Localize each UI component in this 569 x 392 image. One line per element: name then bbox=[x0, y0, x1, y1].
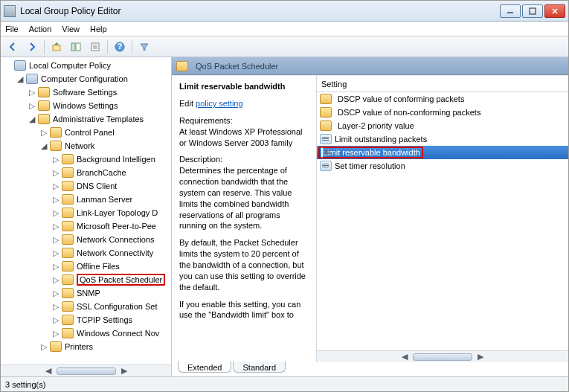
scroll-left-icon[interactable]: ◀ bbox=[399, 352, 410, 362]
toolbar: ? bbox=[1, 36, 568, 57]
settings-label: Limit outstanding packets bbox=[335, 135, 427, 144]
tree-network-item[interactable]: ▷SSL Configuration Set bbox=[2, 300, 171, 313]
settings-hscrollbar[interactable]: ◀▶ bbox=[317, 350, 568, 362]
tree-admin-templates[interactable]: ◢Administrative Templates bbox=[2, 112, 171, 126]
settings-label: Set timer resolution bbox=[335, 161, 405, 170]
tree-network-item[interactable]: ▷Background Intelligen bbox=[2, 152, 171, 166]
settings-column-header[interactable]: Setting bbox=[317, 76, 568, 92]
folder-icon bbox=[62, 181, 74, 191]
collapsed-icon[interactable]: ▷ bbox=[51, 275, 60, 284]
help-button[interactable]: ? bbox=[111, 39, 129, 55]
menu-file[interactable]: File bbox=[5, 25, 19, 33]
tree-computer-config[interactable]: ◢Computer Configuration bbox=[2, 72, 171, 86]
menu-view[interactable]: View bbox=[62, 25, 80, 33]
collapsed-icon[interactable]: ▷ bbox=[28, 88, 36, 97]
collapsed-icon[interactable]: ▷ bbox=[39, 342, 48, 351]
collapsed-icon[interactable]: ▷ bbox=[51, 195, 60, 204]
collapsed-icon[interactable]: ▷ bbox=[51, 289, 60, 298]
settings-row[interactable]: DSCP value of conforming packets bbox=[317, 92, 568, 106]
forward-button[interactable] bbox=[23, 39, 41, 55]
tree-network-item[interactable]: ▷Lanman Server bbox=[2, 193, 171, 206]
tree-label: Windows Settings bbox=[53, 101, 118, 110]
collapsed-icon[interactable]: ▷ bbox=[51, 315, 60, 324]
policy-tree[interactable]: Local Computer Policy ◢Computer Configur… bbox=[1, 57, 171, 364]
scroll-thumb[interactable] bbox=[413, 353, 472, 361]
collapsed-icon[interactable]: ▷ bbox=[51, 262, 60, 271]
show-hide-tree-button[interactable] bbox=[67, 39, 85, 55]
policy-icon bbox=[14, 60, 26, 71]
tree-root[interactable]: Local Computer Policy bbox=[2, 59, 171, 72]
scroll-left-icon[interactable]: ◀ bbox=[43, 366, 54, 376]
tree-pane: Local Computer Policy ◢Computer Configur… bbox=[1, 57, 172, 376]
settings-row[interactable]: Set timer resolution bbox=[317, 159, 568, 173]
folder-icon bbox=[62, 154, 74, 164]
tree-hscrollbar[interactable]: ◀▶ bbox=[1, 364, 171, 376]
settings-pane: Setting DSCP value of conforming packets… bbox=[317, 76, 568, 362]
minimize-button[interactable] bbox=[500, 4, 521, 18]
folder-icon bbox=[38, 114, 50, 124]
tree-network-item[interactable]: ▷QoS Packet Scheduler bbox=[2, 273, 171, 286]
collapsed-icon[interactable]: ▷ bbox=[51, 222, 60, 231]
up-button[interactable] bbox=[48, 39, 65, 55]
back-button[interactable] bbox=[4, 39, 22, 55]
tree-network-item[interactable]: ▷Offline Files bbox=[2, 260, 171, 273]
tree-label: SSL Configuration Set bbox=[77, 302, 157, 311]
tree-network-item[interactable]: ▷Link-Layer Topology D bbox=[2, 206, 171, 219]
collapsed-icon[interactable]: ▷ bbox=[51, 248, 60, 257]
details-body: Limit reservable bandwidth Edit policy s… bbox=[172, 75, 568, 362]
edit-prefix: Edit bbox=[179, 99, 196, 108]
details-pane: QoS Packet Scheduler Limit reservable ba… bbox=[172, 57, 568, 376]
edit-policy-link[interactable]: policy setting bbox=[196, 99, 243, 108]
collapsed-icon[interactable]: ▷ bbox=[28, 101, 36, 110]
folder-icon bbox=[62, 315, 74, 325]
maximize-button[interactable] bbox=[522, 4, 543, 18]
description-text-2: By default, the Packet Scheduler limits … bbox=[179, 237, 309, 292]
tree-network-item[interactable]: ▷TCPIP Settings bbox=[2, 313, 171, 327]
tree-network-item[interactable]: ▷DNS Client bbox=[2, 179, 171, 193]
collapsed-icon[interactable]: ▷ bbox=[51, 155, 60, 164]
tree-software-settings[interactable]: ▷Software Settings bbox=[2, 86, 171, 99]
settings-row[interactable]: DSCP value of non-conforming packets bbox=[317, 106, 568, 119]
collapsed-icon[interactable]: ▷ bbox=[51, 208, 60, 217]
tree-windows-settings[interactable]: ▷Windows Settings bbox=[2, 99, 171, 112]
settings-list[interactable]: DSCP value of conforming packetsDSCP val… bbox=[317, 92, 568, 350]
tab-standard[interactable]: Standard bbox=[233, 362, 286, 373]
tree-label: SNMP bbox=[77, 289, 100, 298]
tree-network-item[interactable]: ▷Microsoft Peer-to-Pee bbox=[2, 219, 171, 233]
scroll-thumb[interactable] bbox=[57, 367, 116, 375]
tree-control-panel[interactable]: ▷Control Panel bbox=[2, 126, 171, 139]
folder-icon bbox=[62, 221, 74, 231]
tree-network[interactable]: ◢Network bbox=[2, 139, 171, 152]
svg-text:?: ? bbox=[118, 42, 123, 51]
collapsed-icon[interactable]: ▷ bbox=[51, 168, 60, 177]
expanded-icon[interactable]: ◢ bbox=[39, 141, 48, 150]
scroll-right-icon[interactable]: ▶ bbox=[119, 366, 129, 376]
tree-network-item[interactable]: ▷Windows Connect Nov bbox=[2, 327, 171, 340]
collapsed-icon[interactable]: ▷ bbox=[51, 302, 60, 311]
properties-button[interactable] bbox=[86, 39, 104, 55]
tree-network-item[interactable]: ▷Network Connectivity bbox=[2, 246, 171, 260]
expanded-icon[interactable]: ◢ bbox=[16, 74, 25, 83]
window-title: Local Group Policy Editor bbox=[20, 6, 500, 16]
collapse-icon[interactable] bbox=[4, 61, 13, 70]
tree-network-item[interactable]: ▷Network Connections bbox=[2, 233, 171, 246]
collapsed-icon[interactable]: ▷ bbox=[51, 235, 60, 244]
close-button[interactable] bbox=[544, 4, 565, 18]
settings-row[interactable]: Limit reservable bandwidth bbox=[317, 146, 568, 159]
menu-help[interactable]: Help bbox=[90, 25, 107, 33]
expanded-icon[interactable]: ◢ bbox=[28, 115, 36, 123]
menu-action[interactable]: Action bbox=[29, 25, 52, 33]
tree-network-item[interactable]: ▷SNMP bbox=[2, 286, 171, 300]
settings-row[interactable]: Layer-2 priority value bbox=[317, 119, 568, 132]
tab-extended[interactable]: Extended bbox=[178, 361, 231, 373]
collapsed-icon[interactable]: ▷ bbox=[51, 329, 60, 338]
settings-row[interactable]: Limit outstanding packets bbox=[317, 132, 568, 146]
filter-button[interactable] bbox=[135, 39, 153, 55]
collapsed-icon[interactable]: ▷ bbox=[39, 128, 48, 137]
app-icon bbox=[4, 5, 16, 17]
tree-printers[interactable]: ▷Printers bbox=[2, 340, 171, 353]
tree-network-item[interactable]: ▷BranchCache bbox=[2, 166, 171, 179]
scroll-right-icon[interactable]: ▶ bbox=[475, 352, 486, 362]
settings-label: Limit reservable bandwidth bbox=[323, 148, 420, 157]
collapsed-icon[interactable]: ▷ bbox=[51, 181, 60, 190]
